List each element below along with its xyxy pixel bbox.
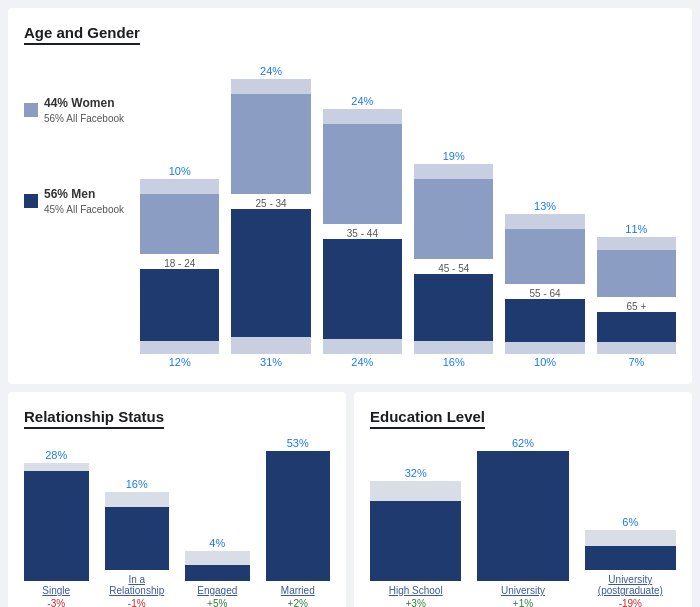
bar-col-2: 6%University (postgraduate)-19% <box>585 449 676 607</box>
men-bar-bg-1 <box>231 209 310 354</box>
women-bar-fg-5 <box>597 250 676 297</box>
bc-pct-3: 53% <box>287 437 309 449</box>
men-swatch <box>24 194 38 208</box>
bc-delta-0: +3% <box>406 598 426 607</box>
bc-label-0[interactable]: High School <box>389 585 443 596</box>
women-pct-0: 10% <box>169 165 191 177</box>
men-bar-bg-0 <box>140 269 219 354</box>
age-group-18-24: 10%18 - 2412% <box>140 165 219 368</box>
women-bar-bg-1 <box>231 79 310 194</box>
bc-bar-fg-2 <box>585 546 676 570</box>
bc-bar-bg-0 <box>24 463 89 581</box>
main-container: Age and Gender 44% Women 56% All Faceboo… <box>0 0 700 607</box>
bc-bar-bg-1 <box>477 451 568 581</box>
men-pct: 56% Men <box>44 186 124 203</box>
women-bar-fg-1 <box>231 94 310 194</box>
age-group-25-34: 24%25 - 3431% <box>231 65 310 368</box>
women-bar-bg-0 <box>140 179 219 254</box>
bc-delta-2: +5% <box>207 598 227 607</box>
age-label-2: 35 - 44 <box>347 228 378 239</box>
bc-bar-fg-1 <box>105 507 170 570</box>
bar-col-2: 4%Engaged+5% <box>185 449 250 607</box>
bc-bar-fg-0 <box>24 471 89 581</box>
bc-label-1[interactable]: University <box>501 585 545 596</box>
women-bar-fg-3 <box>414 179 493 259</box>
bar-col-1: 62%University+1% <box>477 449 568 607</box>
bc-label-2[interactable]: University (postgraduate) <box>585 574 676 596</box>
women-pct-1: 24% <box>260 65 282 77</box>
men-pct-0: 12% <box>169 356 191 368</box>
men-pct-3: 16% <box>443 356 465 368</box>
age-gender-title: Age and Gender <box>24 24 140 45</box>
women-pct: 44% Women <box>44 95 124 112</box>
bar-col-3: 53%Married+2% <box>266 449 331 607</box>
men-bar-fg-0 <box>140 269 219 341</box>
women-bar-fg-0 <box>140 194 219 254</box>
age-gender-bars: 10%18 - 2412%24%25 - 3431%24%35 - 4424%1… <box>140 65 676 368</box>
education-level-card: Education Level 32%High School+3%62%Univ… <box>354 392 692 607</box>
bc-delta-1: +1% <box>513 598 533 607</box>
bc-bar-bg-3 <box>266 451 331 581</box>
relationship-status-title: Relationship Status <box>24 408 164 429</box>
bc-pct-2: 6% <box>622 516 638 528</box>
age-gender-card: Age and Gender 44% Women 56% All Faceboo… <box>8 8 692 384</box>
men-bar-bg-2 <box>323 239 402 354</box>
age-gender-legend: 44% Women 56% All Facebook 56% Men 45% A… <box>24 65 124 217</box>
men-bar-fg-2 <box>323 239 402 339</box>
men-pct-2: 24% <box>351 356 373 368</box>
age-group-35-44: 24%35 - 4424% <box>323 95 402 368</box>
men-bar-bg-4 <box>505 299 584 354</box>
relationship-status-card: Relationship Status 28%Single-3%16%In a … <box>8 392 346 607</box>
age-group-45-54: 19%45 - 5416% <box>414 150 493 368</box>
women-bar-bg-2 <box>323 109 402 224</box>
bc-bar-bg-0 <box>370 481 461 581</box>
bc-delta-1: -1% <box>128 598 146 607</box>
men-bar-fg-3 <box>414 274 493 341</box>
bar-col-1: 16%In a Relationship-1% <box>105 449 170 607</box>
age-gender-chart: 44% Women 56% All Facebook 56% Men 45% A… <box>24 65 676 368</box>
bc-bar-fg-0 <box>370 501 461 581</box>
women-pct-4: 13% <box>534 200 556 212</box>
age-label-3: 45 - 54 <box>438 263 469 274</box>
bc-delta-0: -3% <box>47 598 65 607</box>
bc-delta-3: +2% <box>288 598 308 607</box>
education-level-chart: 32%High School+3%62%University+1%6%Unive… <box>370 449 676 607</box>
women-pct-3: 19% <box>443 150 465 162</box>
bc-pct-1: 62% <box>512 437 534 449</box>
relationship-status-chart: 28%Single-3%16%In a Relationship-1%4%Eng… <box>24 449 330 607</box>
women-bar-bg-5 <box>597 237 676 297</box>
age-label-1: 25 - 34 <box>255 198 286 209</box>
bc-pct-0: 32% <box>405 467 427 479</box>
bc-label-3[interactable]: Married <box>281 585 315 596</box>
bc-label-1[interactable]: In a Relationship <box>105 574 170 596</box>
women-bar-fg-4 <box>505 229 584 284</box>
bc-bar-bg-2 <box>185 551 250 581</box>
bc-label-2[interactable]: Engaged <box>197 585 237 596</box>
bar-col-0: 28%Single-3% <box>24 449 89 607</box>
age-group-65+: 11%65 +7% <box>597 223 676 368</box>
bc-bar-bg-2 <box>585 530 676 570</box>
age-label-4: 55 - 64 <box>529 288 560 299</box>
age-label-0: 18 - 24 <box>164 258 195 269</box>
bc-label-0[interactable]: Single <box>42 585 70 596</box>
bc-delta-2: -19% <box>619 598 642 607</box>
men-sub: 45% All Facebook <box>44 203 124 217</box>
men-pct-5: 7% <box>628 356 644 368</box>
women-pct-2: 24% <box>351 95 373 107</box>
women-sub: 56% All Facebook <box>44 112 124 126</box>
bc-bar-fg-2 <box>185 565 250 581</box>
men-bar-fg-1 <box>231 209 310 337</box>
bc-pct-0: 28% <box>45 449 67 461</box>
men-pct-1: 31% <box>260 356 282 368</box>
women-bar-bg-3 <box>414 164 493 259</box>
bar-col-0: 32%High School+3% <box>370 449 461 607</box>
women-bar-fg-2 <box>323 124 402 224</box>
education-level-title: Education Level <box>370 408 485 429</box>
age-group-55-64: 13%55 - 6410% <box>505 200 584 368</box>
men-bar-bg-5 <box>597 312 676 354</box>
legend-women: 44% Women 56% All Facebook <box>24 95 124 126</box>
bc-bar-bg-1 <box>105 492 170 570</box>
bc-pct-2: 4% <box>209 537 225 549</box>
age-label-5: 65 + <box>626 301 646 312</box>
men-bar-fg-4 <box>505 299 584 342</box>
